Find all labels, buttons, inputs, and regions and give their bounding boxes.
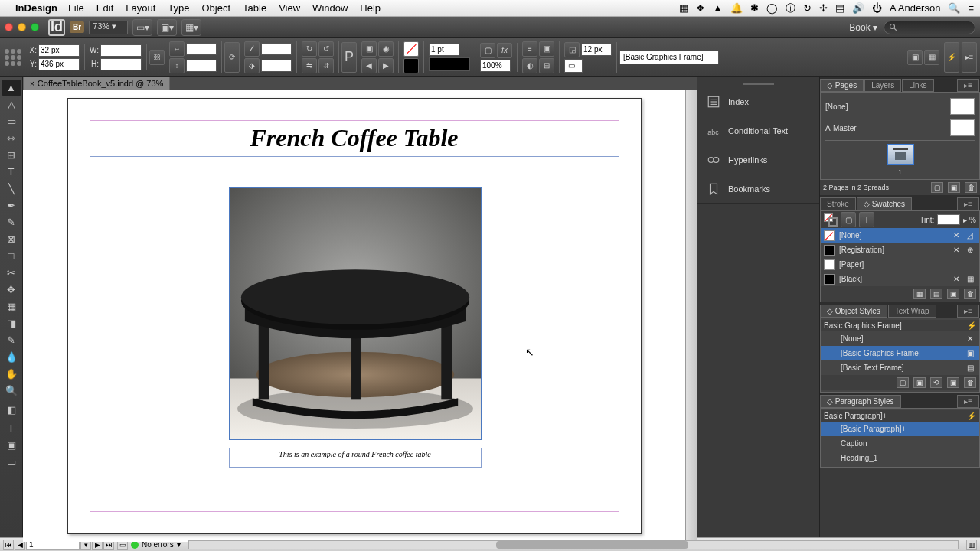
selection-tool[interactable]: ▲ (2, 80, 21, 96)
note-tool[interactable]: ✎ (2, 332, 21, 348)
menu-view[interactable]: View (279, 2, 300, 14)
constrain-proportions-button[interactable]: ⛓ (149, 50, 165, 65)
first-page-button[interactable]: ⏮ (3, 540, 14, 550)
default-fill-stroke-button[interactable]: ▣ (2, 437, 21, 453)
menu-type[interactable]: Type (168, 2, 189, 14)
select-content-button[interactable]: ◉ (378, 41, 394, 57)
fill-stroke-proxy[interactable] (824, 213, 838, 227)
quick-apply-button[interactable]: ⚡ (944, 42, 959, 73)
height-input[interactable] (100, 58, 142, 70)
rotate-cw-button[interactable]: ⟳ (224, 42, 240, 73)
eyedropper-tool[interactable]: 💧 (2, 349, 21, 365)
sys-icon-2[interactable]: ❖ (696, 2, 705, 14)
content-collector-tool[interactable]: ⊞ (2, 147, 21, 163)
parastyle-heading1[interactable]: Heading_1 (821, 451, 979, 465)
formatting-container-button[interactable]: ▢ (841, 212, 856, 227)
menu-object[interactable]: Object (202, 2, 231, 14)
stroke-swatch-button[interactable] (403, 58, 419, 73)
index-panel-button[interactable]: Index (697, 87, 819, 116)
sys-icon-1[interactable]: ▦ (679, 2, 688, 14)
links-tab[interactable]: Links (902, 79, 933, 92)
rotation-input[interactable] (261, 43, 292, 55)
fill-swatch-button[interactable] (403, 41, 419, 57)
sys-icon-user[interactable]: ▲ (713, 2, 723, 14)
clear-overrides-button[interactable]: ⟲ (930, 377, 942, 388)
delete-page-button[interactable]: 🗑 (965, 182, 977, 193)
stroke-tab[interactable]: Stroke (820, 197, 856, 210)
objstyle-basic-graphics[interactable]: [Basic Graphics Frame]▣ (821, 346, 979, 360)
objstyle-btn-2[interactable]: ▣ (913, 377, 926, 388)
line-tool[interactable]: ╲ (2, 181, 21, 197)
rotation-angle-button[interactable]: ∠ (244, 41, 260, 57)
info-icon[interactable]: ⓘ (786, 2, 795, 15)
rotate-90-ccw-button[interactable]: ↺ (318, 41, 334, 57)
scale-y-input[interactable] (186, 60, 217, 72)
swatches-panel-menu[interactable]: ▸≡ (957, 197, 979, 210)
select-next-button[interactable]: ▶ (378, 58, 394, 73)
object-styles-tab[interactable]: ◇ Object Styles (820, 305, 887, 318)
menu-table[interactable]: Table (243, 2, 266, 14)
drop-shadow-button[interactable]: ▢ (480, 43, 495, 58)
menu-help[interactable]: Help (360, 2, 381, 14)
sys-icon-4[interactable]: ✱ (750, 2, 759, 14)
opacity-input[interactable]: 100% (480, 60, 511, 72)
stroke-weight-input[interactable]: 1 pt (429, 44, 459, 56)
apply-color-button[interactable]: T (2, 420, 21, 436)
bridge-button[interactable]: Br (70, 21, 84, 33)
timemachine-icon[interactable]: ↻ (803, 2, 812, 14)
user-name[interactable]: A Anderson (890, 2, 941, 14)
scale-y-button[interactable]: ↕ (169, 58, 185, 73)
menu-window[interactable]: Window (312, 2, 348, 14)
wrap-bbox-button[interactable]: ▣ (539, 41, 554, 57)
fx-button[interactable]: fx (497, 43, 512, 58)
notifications-icon[interactable]: 🔔 (730, 2, 743, 14)
maximize-window-button[interactable] (31, 23, 39, 31)
hand-tool[interactable]: ✋ (2, 366, 21, 382)
free-transform-tool[interactable]: ✥ (2, 282, 21, 298)
corner-shape-dropdown[interactable]: ▭ (564, 59, 583, 73)
master-none-thumb[interactable] (950, 98, 975, 115)
close-tab-icon[interactable]: × (30, 80, 34, 88)
view-options-button[interactable]: ▭▾ (132, 19, 152, 36)
page-tool[interactable]: ▭ (2, 113, 21, 129)
layers-tab[interactable]: Layers (864, 79, 901, 92)
object-panel-menu[interactable]: ▸≡ (957, 305, 979, 318)
objstyle-btn-1[interactable]: ▢ (897, 377, 909, 388)
new-swatch-button[interactable]: ▣ (947, 289, 959, 299)
corner-options-button[interactable]: ◲ (564, 42, 580, 57)
objstyle-none[interactable]: [None]✕ (821, 331, 979, 346)
pencil-tool[interactable]: ✎ (2, 214, 21, 230)
page-1-thumb[interactable] (887, 144, 914, 165)
panel-menu-button[interactable]: ▸≡ (962, 42, 977, 73)
parastyle-basic[interactable]: [Basic Paragraph]+ (821, 422, 979, 436)
width-input[interactable] (100, 44, 142, 57)
menu-edit[interactable]: Edit (96, 2, 113, 14)
swatch-row-registration[interactable]: [Registration]✕⊕ (821, 243, 979, 257)
document-page[interactable]: French Coffee Table (67, 98, 642, 534)
volume-icon[interactable]: 🔊 (852, 2, 864, 14)
vertical-scrollbar[interactable] (685, 90, 697, 542)
hyperlinks-panel-button[interactable]: Hyperlinks (697, 145, 819, 174)
objstyle-basic-text[interactable]: [Basic Text Frame]▤ (821, 360, 979, 375)
zoom-tool[interactable]: 🔍 (2, 383, 21, 399)
swatch-row-black[interactable]: [Black]✕▦ (821, 272, 979, 286)
menu-layout[interactable]: Layout (126, 2, 155, 14)
gap-tool[interactable]: ⇿ (2, 130, 21, 146)
new-objstyle-button[interactable]: ▣ (947, 377, 959, 388)
type-tool[interactable]: T (2, 164, 21, 180)
fill-stroke-toggle[interactable]: ◧ (2, 399, 21, 419)
select-container-button[interactable]: ▣ (361, 41, 377, 57)
dock-gripper[interactable] (697, 81, 819, 87)
para-panel-menu[interactable]: ▸≡ (957, 395, 979, 408)
title-text-frame[interactable]: French Coffee Table (90, 120, 619, 157)
swatch-row-paper[interactable]: [Paper] (821, 257, 979, 272)
text-wrap-tab[interactable]: Text Wrap (888, 305, 936, 318)
horizontal-scrollbar[interactable] (188, 540, 959, 549)
preflight-status-icon[interactable] (131, 541, 139, 549)
corner-size-input[interactable]: 12 px (581, 44, 612, 56)
formatting-text-button[interactable]: T (859, 212, 874, 227)
gradient-swatch-tool[interactable]: ▦ (2, 298, 21, 315)
new-page-button[interactable]: ▣ (948, 182, 960, 193)
gradient-feather-tool[interactable]: ◨ (2, 315, 21, 331)
flip-v-button[interactable]: ⇵ (318, 58, 334, 73)
